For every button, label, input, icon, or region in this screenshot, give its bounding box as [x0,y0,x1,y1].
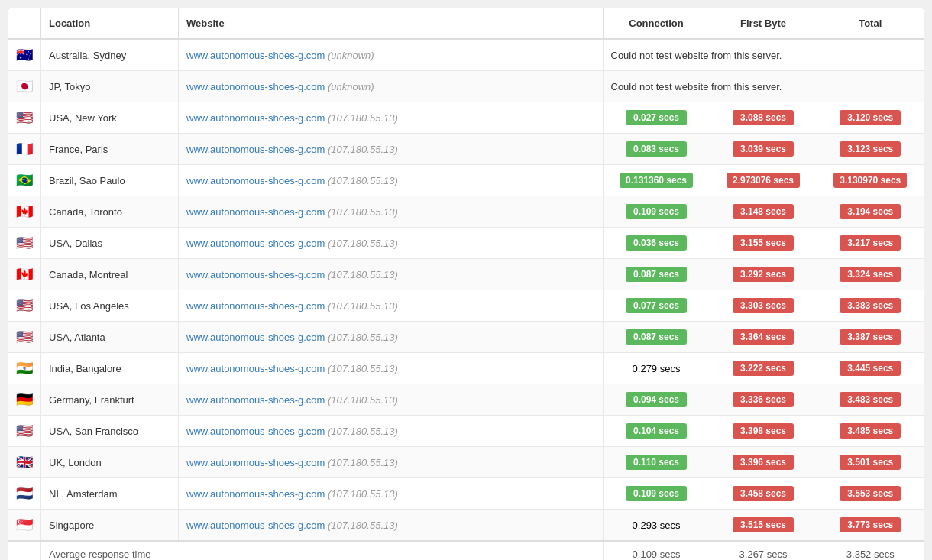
total-cell: 3.773 secs [817,510,924,542]
flag-cell: 🇺🇸 [8,290,41,322]
total-cell: 3.194 secs [817,196,924,228]
total-badge: 3.501 secs [840,455,901,470]
flag-cell: 🇸🇬 [8,510,41,542]
firstbyte-cell: 3.039 secs [710,134,817,165]
total-cell: 3.387 secs [817,322,924,353]
total-badge: 3.773 secs [840,517,901,532]
firstbyte-badge: 3.155 secs [733,235,794,251]
flag-cell: 🇺🇸 [8,416,41,447]
total-cell: 3.483 secs [817,384,924,416]
total-cell: 3.217 secs [817,228,924,259]
firstbyte-badge: 3.148 secs [733,204,794,219]
table-row: 🇩🇪Germany, Frankfurtwww.autonomous-shoes… [8,384,924,416]
website-cell: www.autonomous-shoes-g.com (107.180.55.1… [179,510,604,542]
firstbyte-cell: 3.303 secs [710,290,817,322]
location-cell: India, Bangalore [41,353,179,384]
website-base: www.autonomous-shoes-g.com [186,238,328,249]
connection-badge: 0.131360 secs [620,173,693,188]
website-ip: (107.180.55.13) [328,112,398,124]
connection-cell: 0.087 secs [603,322,710,353]
total-cell: 3.383 secs [817,290,924,322]
flag-cell: 🇺🇸 [8,102,41,134]
table-row: 🇸🇬Singaporewww.autonomous-shoes-g.com (1… [8,510,924,542]
website-base: www.autonomous-shoes-g.com [186,457,328,468]
firstbyte-cell: 3.364 secs [710,322,817,353]
website-base: www.autonomous-shoes-g.com [186,206,328,218]
flag-cell: 🇫🇷 [8,134,41,165]
total-cell: 3.445 secs [817,353,924,384]
connection-badge: 0.109 secs [626,204,687,219]
website-base: www.autonomous-shoes-g.com [186,394,328,406]
table-row: 🇺🇸USA, Los Angeleswww.autonomous-shoes-g… [8,290,924,322]
website-cell: www.autonomous-shoes-g.com (unknown) [179,39,604,71]
location-cell: USA, Los Angeles [41,290,179,322]
website-cell: www.autonomous-shoes-g.com (107.180.55.1… [179,322,604,353]
total-badge: 3.483 secs [840,392,901,407]
location-cell: USA, San Francisco [41,416,179,447]
firstbyte-badge: 3.039 secs [733,141,794,157]
firstbyte-cell: 3.336 secs [710,384,817,416]
website-ip: (107.180.55.13) [328,206,398,218]
website-base: www.autonomous-shoes-g.com [186,520,328,531]
website-base: www.autonomous-shoes-g.com [186,332,328,343]
connection-badge: 0.104 secs [626,423,687,439]
website-ip: (107.180.55.13) [328,175,398,186]
website-ip: (107.180.55.13) [328,457,398,468]
connection-cell: 0.109 secs [603,196,710,228]
website-ip: (107.180.55.13) [328,363,398,374]
location-cell: Canada, Montreal [41,259,179,290]
connection-badge: 0.027 secs [626,110,687,125]
connection-cell: 0.110 secs [603,447,710,478]
website-base: www.autonomous-shoes-g.com [186,300,328,312]
connection-badge: 0.094 secs [626,392,687,407]
flag-cell: 🇳🇱 [8,478,41,510]
total-cell: 3.123 secs [817,134,924,165]
error-message: Could not test website from this server. [603,39,924,71]
website-base: www.autonomous-shoes-g.com [186,175,328,186]
table-row: 🇨🇦Canada, Montrealwww.autonomous-shoes-g… [8,259,924,290]
connection-badge: 0.083 secs [626,141,687,157]
website-header: Website [179,8,604,39]
performance-table: Location Website Connection First Byte T… [8,8,924,560]
connection-cell: 0.293 secs [603,510,710,542]
flag-cell: 🇺🇸 [8,322,41,353]
website-cell: www.autonomous-shoes-g.com (107.180.55.1… [179,102,604,134]
firstbyte-badge: 3.396 secs [733,455,794,470]
total-badge: 3.553 secs [840,486,901,501]
website-ip: (107.180.55.13) [328,394,398,406]
total-badge: 3.194 secs [840,204,901,219]
table-row: 🇬🇧UK, Londonwww.autonomous-shoes-g.com (… [8,447,924,478]
website-cell: www.autonomous-shoes-g.com (107.180.55.1… [179,228,604,259]
table-row: 🇦🇺Australia, Sydneywww.autonomous-shoes-… [8,39,924,71]
total-cell: 3.501 secs [817,447,924,478]
location-cell: NL, Amsterdam [41,478,179,510]
location-cell: USA, New York [41,102,179,134]
website-base: www.autonomous-shoes-g.com [186,269,328,280]
connection-cell: 0.036 secs [603,228,710,259]
connection-cell: 0.104 secs [603,416,710,447]
firstbyte-badge: 3.336 secs [733,392,794,407]
location-header: Location [41,8,179,39]
website-ip: (107.180.55.13) [328,269,398,280]
table-row: 🇧🇷Brazil, Sao Paulowww.autonomous-shoes-… [8,165,924,196]
firstbyte-badge: 3.303 secs [733,298,794,313]
location-cell: Singapore [41,510,179,542]
firstbyte-cell: 3.515 secs [710,510,817,542]
connection-badge: 0.087 secs [626,267,687,282]
website-base: www.autonomous-shoes-g.com [186,50,328,61]
avg-connection: 0.109 secs [603,541,710,560]
connection-badge: 0.087 secs [626,329,687,345]
connection-badge: 0.110 secs [626,455,687,470]
flag-cell: 🇨🇦 [8,196,41,228]
firstbyte-header: First Byte [710,8,817,39]
total-cell: 3.120 secs [817,102,924,134]
website-base: www.autonomous-shoes-g.com [186,112,328,124]
website-cell: www.autonomous-shoes-g.com (107.180.55.1… [179,134,604,165]
table-row: 🇺🇸USA, New Yorkwww.autonomous-shoes-g.co… [8,102,924,134]
website-ip: (unknown) [328,50,374,61]
website-cell: www.autonomous-shoes-g.com (107.180.55.1… [179,384,604,416]
table-row: 🇮🇳India, Bangalorewww.autonomous-shoes-g… [8,353,924,384]
firstbyte-cell: 2.973076 secs [710,165,817,196]
total-badge: 3.324 secs [840,267,901,282]
firstbyte-cell: 3.088 secs [710,102,817,134]
